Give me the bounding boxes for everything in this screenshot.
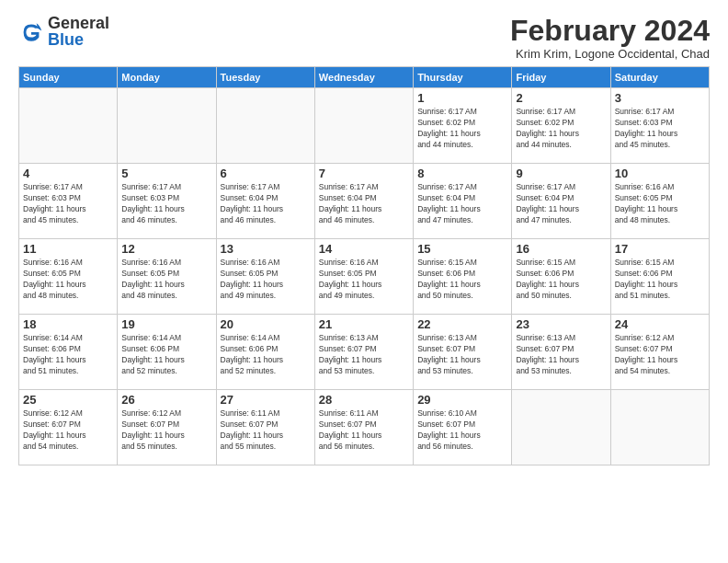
calendar-week-row: 4Sunrise: 6:17 AM Sunset: 6:03 PM Daylig… xyxy=(19,164,710,239)
day-number: 18 xyxy=(23,317,113,331)
day-info: Sunrise: 6:17 AM Sunset: 6:04 PM Dayligh… xyxy=(516,182,606,226)
day-number: 17 xyxy=(615,242,705,256)
day-info: Sunrise: 6:10 AM Sunset: 6:07 PM Dayligh… xyxy=(417,408,507,453)
table-row: 12Sunrise: 6:16 AM Sunset: 6:05 PM Dayli… xyxy=(118,239,216,315)
calendar: Sunday Monday Tuesday Wednesday Thursday… xyxy=(18,66,710,465)
day-info: Sunrise: 6:12 AM Sunset: 6:07 PM Dayligh… xyxy=(615,333,705,377)
col-monday: Monday xyxy=(118,67,216,88)
day-info: Sunrise: 6:16 AM Sunset: 6:05 PM Dayligh… xyxy=(121,258,211,302)
day-info: Sunrise: 6:17 AM Sunset: 6:02 PM Dayligh… xyxy=(516,107,606,151)
day-info: Sunrise: 6:13 AM Sunset: 6:07 PM Dayligh… xyxy=(417,333,507,377)
day-number: 5 xyxy=(121,167,211,180)
logo-general: General xyxy=(48,15,109,31)
table-row: 25Sunrise: 6:12 AM Sunset: 6:07 PM Dayli… xyxy=(19,390,118,465)
table-row: 23Sunrise: 6:13 AM Sunset: 6:07 PM Dayli… xyxy=(512,315,610,390)
table-row: 21Sunrise: 6:13 AM Sunset: 6:07 PM Dayli… xyxy=(314,315,413,390)
table-row xyxy=(512,390,610,465)
table-row: 28Sunrise: 6:11 AM Sunset: 6:07 PM Dayli… xyxy=(314,390,413,465)
day-number: 6 xyxy=(221,167,311,180)
day-number: 10 xyxy=(615,167,705,180)
table-row: 9Sunrise: 6:17 AM Sunset: 6:04 PM Daylig… xyxy=(512,164,610,239)
day-number: 15 xyxy=(417,242,507,256)
day-number: 24 xyxy=(615,317,705,331)
day-info: Sunrise: 6:15 AM Sunset: 6:06 PM Dayligh… xyxy=(417,258,507,302)
table-row: 20Sunrise: 6:14 AM Sunset: 6:06 PM Dayli… xyxy=(216,315,314,390)
table-row: 5Sunrise: 6:17 AM Sunset: 6:03 PM Daylig… xyxy=(118,164,216,239)
table-row xyxy=(118,88,216,164)
table-row: 7Sunrise: 6:17 AM Sunset: 6:04 PM Daylig… xyxy=(314,164,413,239)
day-info: Sunrise: 6:17 AM Sunset: 6:04 PM Dayligh… xyxy=(221,182,311,226)
table-row xyxy=(216,88,314,164)
calendar-week-row: 25Sunrise: 6:12 AM Sunset: 6:07 PM Dayli… xyxy=(19,390,710,465)
day-number: 20 xyxy=(221,317,311,331)
calendar-week-row: 1Sunrise: 6:17 AM Sunset: 6:02 PM Daylig… xyxy=(19,88,710,164)
day-info: Sunrise: 6:13 AM Sunset: 6:07 PM Dayligh… xyxy=(319,333,409,377)
table-row: 18Sunrise: 6:14 AM Sunset: 6:06 PM Dayli… xyxy=(19,315,118,390)
day-number: 12 xyxy=(121,242,211,256)
day-info: Sunrise: 6:16 AM Sunset: 6:05 PM Dayligh… xyxy=(221,258,311,302)
day-info: Sunrise: 6:15 AM Sunset: 6:06 PM Dayligh… xyxy=(615,258,705,302)
day-info: Sunrise: 6:17 AM Sunset: 6:04 PM Dayligh… xyxy=(417,182,507,226)
day-info: Sunrise: 6:12 AM Sunset: 6:07 PM Dayligh… xyxy=(23,408,113,453)
day-number: 11 xyxy=(23,242,113,256)
day-number: 21 xyxy=(319,317,409,331)
day-number: 26 xyxy=(121,393,211,407)
col-sunday: Sunday xyxy=(19,67,118,88)
day-info: Sunrise: 6:17 AM Sunset: 6:03 PM Dayligh… xyxy=(23,182,113,226)
header-area: General Blue February 2024 Krim Krim, Lo… xyxy=(18,15,710,61)
day-number: 25 xyxy=(23,393,113,407)
day-info: Sunrise: 6:15 AM Sunset: 6:06 PM Dayligh… xyxy=(516,258,606,302)
table-row: 29Sunrise: 6:10 AM Sunset: 6:07 PM Dayli… xyxy=(414,390,512,465)
calendar-week-row: 11Sunrise: 6:16 AM Sunset: 6:05 PM Dayli… xyxy=(19,239,710,315)
table-row: 16Sunrise: 6:15 AM Sunset: 6:06 PM Dayli… xyxy=(512,239,610,315)
table-row: 13Sunrise: 6:16 AM Sunset: 6:05 PM Dayli… xyxy=(216,239,314,315)
day-info: Sunrise: 6:16 AM Sunset: 6:05 PM Dayligh… xyxy=(615,182,705,226)
day-info: Sunrise: 6:14 AM Sunset: 6:06 PM Dayligh… xyxy=(23,333,113,377)
day-number: 7 xyxy=(319,167,409,180)
table-row: 10Sunrise: 6:16 AM Sunset: 6:05 PM Dayli… xyxy=(610,164,709,239)
logo-icon xyxy=(18,19,44,45)
day-number: 16 xyxy=(516,242,606,256)
table-row: 19Sunrise: 6:14 AM Sunset: 6:06 PM Dayli… xyxy=(118,315,216,390)
day-info: Sunrise: 6:12 AM Sunset: 6:07 PM Dayligh… xyxy=(121,408,211,453)
table-row: 15Sunrise: 6:15 AM Sunset: 6:06 PM Dayli… xyxy=(414,239,512,315)
table-row xyxy=(610,390,709,465)
calendar-header-row: Sunday Monday Tuesday Wednesday Thursday… xyxy=(19,67,710,88)
col-friday: Friday xyxy=(512,67,610,88)
day-info: Sunrise: 6:17 AM Sunset: 6:02 PM Dayligh… xyxy=(417,107,507,151)
day-number: 4 xyxy=(23,167,113,180)
day-info: Sunrise: 6:16 AM Sunset: 6:05 PM Dayligh… xyxy=(23,258,113,302)
day-info: Sunrise: 6:17 AM Sunset: 6:03 PM Dayligh… xyxy=(615,107,705,151)
col-thursday: Thursday xyxy=(414,67,512,88)
table-row: 22Sunrise: 6:13 AM Sunset: 6:07 PM Dayli… xyxy=(414,315,512,390)
location-subtitle: Krim Krim, Logone Occidental, Chad xyxy=(510,47,710,61)
calendar-week-row: 18Sunrise: 6:14 AM Sunset: 6:06 PM Dayli… xyxy=(19,315,710,390)
day-info: Sunrise: 6:11 AM Sunset: 6:07 PM Dayligh… xyxy=(319,408,409,453)
day-number: 9 xyxy=(516,167,606,180)
day-number: 28 xyxy=(319,393,409,407)
col-saturday: Saturday xyxy=(610,67,709,88)
table-row: 26Sunrise: 6:12 AM Sunset: 6:07 PM Dayli… xyxy=(118,390,216,465)
table-row xyxy=(314,88,413,164)
day-info: Sunrise: 6:13 AM Sunset: 6:07 PM Dayligh… xyxy=(516,333,606,377)
table-row: 11Sunrise: 6:16 AM Sunset: 6:05 PM Dayli… xyxy=(19,239,118,315)
day-number: 14 xyxy=(319,242,409,256)
logo-text: General Blue xyxy=(48,15,109,49)
table-row: 27Sunrise: 6:11 AM Sunset: 6:07 PM Dayli… xyxy=(216,390,314,465)
table-row: 3Sunrise: 6:17 AM Sunset: 6:03 PM Daylig… xyxy=(610,88,709,164)
month-title: February 2024 xyxy=(510,15,710,47)
day-number: 23 xyxy=(516,317,606,331)
table-row: 1Sunrise: 6:17 AM Sunset: 6:02 PM Daylig… xyxy=(414,88,512,164)
table-row: 14Sunrise: 6:16 AM Sunset: 6:05 PM Dayli… xyxy=(314,239,413,315)
table-row: 4Sunrise: 6:17 AM Sunset: 6:03 PM Daylig… xyxy=(19,164,118,239)
col-wednesday: Wednesday xyxy=(314,67,413,88)
day-info: Sunrise: 6:14 AM Sunset: 6:06 PM Dayligh… xyxy=(221,333,311,377)
day-number: 22 xyxy=(417,317,507,331)
day-info: Sunrise: 6:14 AM Sunset: 6:06 PM Dayligh… xyxy=(121,333,211,377)
day-number: 8 xyxy=(417,167,507,180)
day-info: Sunrise: 6:16 AM Sunset: 6:05 PM Dayligh… xyxy=(319,258,409,302)
day-info: Sunrise: 6:11 AM Sunset: 6:07 PM Dayligh… xyxy=(221,408,311,453)
day-number: 29 xyxy=(417,393,507,407)
day-info: Sunrise: 6:17 AM Sunset: 6:03 PM Dayligh… xyxy=(121,182,211,226)
day-number: 27 xyxy=(221,393,311,407)
